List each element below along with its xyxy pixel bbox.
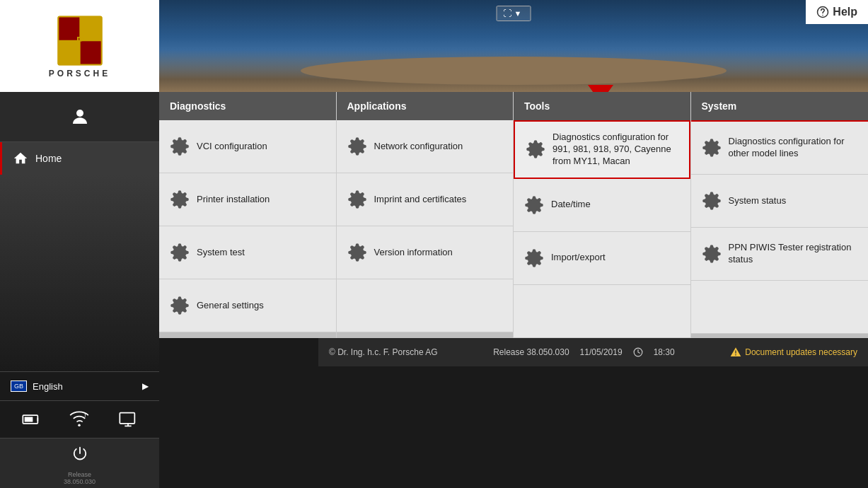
gear-icon	[347, 136, 367, 156]
system-status-label: System status	[729, 195, 787, 207]
menu-grid: Diagnostics VCI configuration Printer in…	[159, 92, 868, 338]
printer-installation-item[interactable]: Printer installation	[159, 173, 336, 226]
general-settings-item[interactable]: General settings	[159, 279, 336, 332]
gear-icon	[524, 248, 544, 268]
power-button[interactable]	[0, 438, 159, 468]
clock-icon	[633, 347, 643, 357]
gear-icon	[702, 191, 722, 211]
ppn-piwis-label: PPN PIWIS Tester registration status	[729, 242, 858, 266]
power-icon	[72, 446, 88, 461]
home-label: Home	[35, 153, 62, 164]
sidebar-status-icons: !	[0, 400, 159, 438]
date-text: 11/05/2019	[580, 347, 623, 357]
imprint-certificates-label: Imprint and certificates	[374, 194, 467, 206]
warning-icon	[730, 347, 741, 358]
applications-column: Applications Network configuration Impri…	[337, 92, 514, 338]
gear-icon	[526, 139, 545, 159]
gear-icon	[702, 244, 722, 264]
diagnostics-config-other-item[interactable]: Diagnostics configuration for other mode…	[691, 122, 869, 175]
svg-rect-14	[120, 413, 134, 424]
diagnostics-config-main-label: Diagnostics configuration for 991, 981, …	[552, 132, 678, 168]
porsche-brand-text: PORSCHE	[49, 69, 110, 79]
svg-point-12	[79, 424, 81, 426]
help-icon	[816, 6, 829, 18]
vci-configuration-label: VCI configuration	[197, 141, 267, 153]
system-status-item[interactable]: System status	[691, 175, 869, 228]
language-label: English	[33, 381, 142, 392]
imprint-certificates-item[interactable]: Imprint and certificates	[337, 173, 514, 226]
gear-icon	[347, 190, 367, 209]
gear-icon	[170, 296, 190, 315]
printer-installation-label: Printer installation	[197, 194, 270, 206]
import-export-item[interactable]: Import/export	[514, 232, 690, 285]
gear-icon	[347, 243, 367, 262]
version-information-item[interactable]: Version information	[337, 226, 514, 279]
chevron-right-icon: ▶	[142, 381, 149, 391]
system-header: System	[691, 92, 869, 122]
applications-header: Applications	[337, 92, 514, 120]
sidebar-item-home[interactable]: Home	[0, 142, 159, 175]
time-text: 18:30	[654, 347, 675, 357]
system-test-label: System test	[197, 247, 245, 259]
footer: © Dr. Ing. h.c. F. Porsche AG Release 38…	[318, 338, 868, 366]
gear-icon	[170, 136, 190, 156]
maximize-icon: ⛶	[503, 8, 511, 18]
release-version: Release 38.050.030	[0, 468, 159, 488]
general-settings-label: General settings	[197, 300, 264, 312]
home-icon	[13, 151, 28, 166]
tools-column: Tools Diagnostics configuration for 991,…	[514, 92, 691, 338]
monitor-icon	[118, 409, 138, 429]
version-information-label: Version information	[374, 247, 453, 259]
svg-text:!: !	[84, 412, 86, 419]
system-empty-slot	[691, 281, 869, 334]
copyright-text: © Dr. Ing. h.c. F. Porsche AG	[329, 347, 438, 357]
sidebar-user-icon	[0, 92, 159, 142]
diagnostics-header: Diagnostics	[159, 92, 336, 120]
import-export-label: Import/export	[551, 252, 606, 264]
svg-point-16	[823, 15, 824, 16]
update-notice-text: Document updates necessary	[745, 347, 857, 357]
gear-icon	[702, 138, 722, 158]
user-icon	[69, 106, 91, 127]
diagnostics-config-main-item[interactable]: Diagnostics configuration for 991, 981, …	[514, 120, 690, 179]
datetime-label: Date/time	[551, 199, 591, 211]
svg-rect-11	[25, 417, 33, 422]
diagnostics-column: Diagnostics VCI configuration Printer in…	[159, 92, 337, 338]
main-content: ⛶ ▼ Help Diagnostics	[159, 0, 868, 366]
tools-empty-slot	[514, 285, 690, 338]
maximize-button[interactable]: ⛶ ▼	[497, 6, 531, 21]
help-label: Help	[833, 6, 857, 18]
diagnostics-config-other-label: Diagnostics configuration for other mode…	[729, 136, 858, 160]
battery-icon	[21, 409, 41, 429]
sidebar-language-selector[interactable]: GB English ▶	[0, 371, 159, 400]
network-configuration-label: Network configuration	[374, 141, 463, 153]
gear-icon	[524, 195, 544, 215]
wifi-icon: !	[69, 409, 89, 429]
sidebar: P PORSCHE Home GB English ▶	[0, 0, 159, 488]
vci-configuration-item[interactable]: VCI configuration	[159, 120, 336, 173]
release-text: Release 38.050.030	[493, 347, 569, 357]
porsche-crest-icon: P	[55, 14, 105, 67]
gear-icon	[170, 243, 190, 262]
sidebar-logo: P PORSCHE	[0, 0, 159, 92]
gear-icon	[170, 190, 190, 209]
footer-info: Release 38.050.030 11/05/2019 18:30	[493, 347, 675, 357]
tools-header: Tools	[514, 92, 690, 120]
svg-point-9	[76, 110, 83, 117]
ppn-piwis-item[interactable]: PPN PIWIS Tester registration status	[691, 228, 869, 281]
datetime-item[interactable]: Date/time	[514, 179, 690, 232]
update-notice: Document updates necessary	[730, 347, 857, 358]
arrow-indicator	[588, 85, 613, 92]
language-flag: GB	[11, 380, 27, 392]
network-configuration-item[interactable]: Network configuration	[337, 120, 514, 173]
applications-empty-slot	[337, 279, 514, 332]
chevron-down-icon: ▼	[514, 9, 522, 18]
hero-banner: ⛶ ▼ Help	[159, 0, 868, 92]
help-button[interactable]: Help	[806, 0, 868, 24]
system-test-item[interactable]: System test	[159, 226, 336, 279]
system-column: System Diagnostics configuration for oth…	[691, 92, 869, 338]
